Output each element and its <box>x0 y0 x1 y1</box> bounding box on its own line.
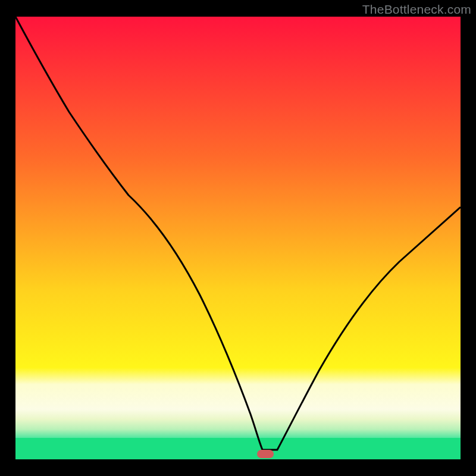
watermark-text: TheBottleneck.com <box>362 2 471 17</box>
bottleneck-curve <box>15 17 461 459</box>
optimal-marker <box>257 450 274 458</box>
plot-area <box>15 17 461 459</box>
chart-frame: TheBottleneck.com <box>0 0 476 476</box>
curve-path <box>15 17 461 450</box>
